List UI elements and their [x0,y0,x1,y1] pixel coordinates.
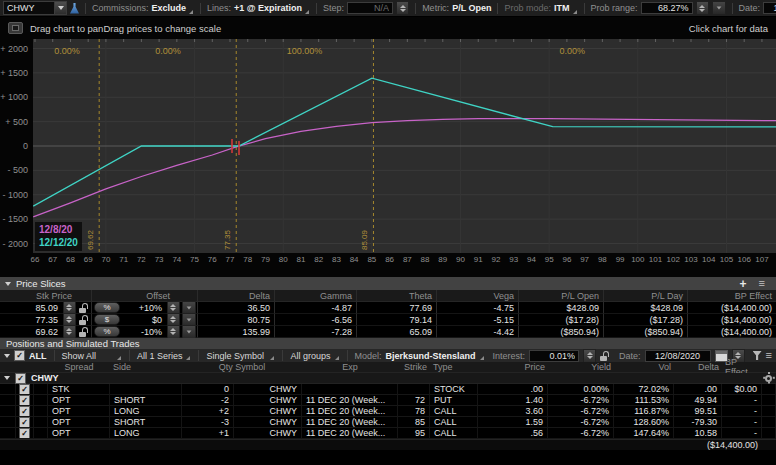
offset-mode-toggle[interactable]: $ [94,314,120,325]
slice-offset[interactable]: $0 [122,314,166,326]
commissions-value[interactable]: Exclude [152,3,187,13]
slice-price[interactable]: 85.09 [0,302,62,314]
y-tick-label: + 2000 [0,44,28,54]
col-qty-symbol: Qty Symbol [182,362,302,373]
y-axis-labels: + 2000+ 1500+ 1000+ 5000- 500- 1000- 150… [0,39,30,253]
group-checkbox[interactable]: ✓ [15,373,26,384]
x-tick-label: 75 [190,255,199,264]
dropdown-corner-icon [189,10,193,14]
groups-dropdown[interactable]: All groups [290,351,330,361]
metric-value[interactable]: P/L Open [452,3,491,13]
x-tick-label: 96 [562,255,571,264]
x-tick-label: 90 [456,255,465,264]
cell-yield: -6.72% [548,395,614,406]
prob-range-stepper[interactable] [696,1,709,15]
x-tick-label: 80 [279,255,288,264]
slice-offset-stepper[interactable] [167,325,180,339]
col-exp: Exp [302,362,398,373]
x-tick-label: 82 [314,255,323,264]
slice-line-label: 69.62 [86,230,95,250]
date-input[interactable] [763,2,776,14]
model-value[interactable]: Bjerksund-Stensland [386,351,476,361]
step-stepper[interactable] [396,1,409,15]
slice-theta: 77.69 [357,302,437,314]
slice-price-stepper[interactable] [63,325,76,339]
cell-bp-effect: - [722,406,762,417]
x-tick-label: 91 [474,255,483,264]
x-tick-label: 85 [367,255,376,264]
cell-strike[interactable]: 78 [398,406,430,417]
x-tick-label: 78 [243,255,252,264]
prob-mode-value[interactable]: ITM [554,3,570,13]
row-checkbox[interactable]: ✓ [19,395,30,406]
symbol-value: CHWY [4,3,54,13]
show-all-dropdown[interactable]: Show All [62,351,113,361]
x-tick-label: 95 [545,255,554,264]
row-checkbox[interactable]: ✓ [19,406,30,417]
collapse-icon[interactable] [5,282,11,286]
step-label: Step: [323,3,344,13]
offset-mode-toggle[interactable]: % [94,326,120,337]
collapse-icon[interactable] [4,376,10,380]
unlock-icon[interactable] [79,327,88,337]
cell-exp[interactable]: 11 DEC 20 (Week... [302,406,398,417]
cell-strike[interactable] [398,384,430,395]
cell-strike[interactable]: 72 [398,395,430,406]
cell-qty[interactable]: +2 [182,406,234,417]
cell-qty[interactable]: 0 [182,384,234,395]
positions-date-input[interactable] [645,350,711,362]
cell-side: LONG [110,406,182,417]
dropdown-corner-icon [480,356,484,360]
flask-icon[interactable] [70,3,79,14]
positions-menu-icon[interactable]: ≡ [766,350,772,361]
offset-mode-toggle[interactable]: % [94,302,120,313]
cell-exp[interactable] [302,384,398,395]
x-tick-label: 71 [119,255,128,264]
camera-icon[interactable] [8,22,23,34]
row-checkbox[interactable]: ✓ [19,417,30,428]
step-input[interactable] [347,2,393,14]
row-checkbox[interactable]: ✓ [19,384,30,395]
add-slice-button[interactable]: + [740,279,747,289]
probability-label: 0.00% [559,46,585,56]
chevron-down-icon[interactable] [54,2,66,14]
cell-exp[interactable]: 11 DEC 20 (Week... [302,417,398,428]
slice-offset[interactable]: +10% [122,302,166,314]
prob-range-dropdown[interactable] [712,1,726,15]
slice-price[interactable]: 69.62 [0,326,62,338]
lines-value[interactable]: +1 @ Expiration [234,3,302,13]
cell-exp[interactable]: 11 DEC 20 (Week... [302,395,398,406]
symbol-group-row[interactable]: ✓ CHWY [0,373,776,384]
unlock-icon[interactable] [79,315,88,325]
row-checkbox[interactable]: ✓ [19,428,30,439]
slice-offset[interactable]: -10% [122,326,166,338]
slice-vega: -4.42 [437,326,519,338]
cell-exp[interactable]: 11 DEC 20 (Week... [302,428,398,439]
interest-stepper[interactable] [583,349,596,363]
cell-qty[interactable]: +1 [182,428,234,439]
gear-icon[interactable] [765,375,772,382]
cell-spread: OPT [48,406,110,417]
series-dropdown[interactable]: All 1 Series [137,351,183,361]
unlock-icon[interactable] [79,303,88,313]
symbol-combo[interactable]: CHWY [3,1,67,15]
slices-menu-icon[interactable]: ≡ [759,278,765,289]
cell-vol: 128.60% [614,417,674,428]
cell-qty[interactable]: -2 [182,395,234,406]
unlock-icon[interactable] [600,351,609,361]
cell-qty[interactable]: -3 [182,417,234,428]
prob-range-input[interactable] [641,2,693,14]
cell-strike[interactable]: 95 [398,428,430,439]
collapse-icon[interactable] [4,354,10,358]
cell-yield: -6.72% [548,406,614,417]
cell-strike[interactable]: 85 [398,417,430,428]
x-tick-label: 88 [421,255,430,264]
interest-input[interactable] [529,350,579,362]
all-checkbox[interactable]: ✓ [14,350,25,361]
calendar-icon[interactable] [715,350,728,362]
symbol-scope-dropdown[interactable]: Single Symbol [206,351,266,361]
x-tick-label: 70 [101,255,110,264]
plot-area[interactable]: 12/8/20 12/12/20 0.00%0.00%100.00%0.00%6… [33,39,776,253]
slice-price[interactable]: 77.35 [0,314,62,326]
slice-dropdown[interactable] [182,325,196,339]
